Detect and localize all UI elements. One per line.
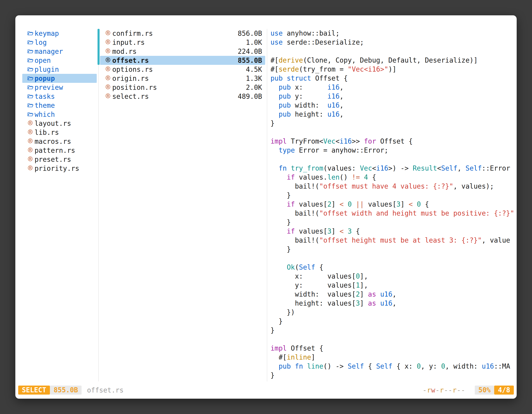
code-line: type Error = anyhow::Error; — [270, 146, 517, 155]
rust-crate-icon: ® — [104, 56, 112, 64]
rust-crate-icon: ® — [26, 146, 35, 154]
code-line: if values.len() != 4 { — [270, 173, 517, 182]
folder-open-icon — [26, 111, 35, 117]
file-name: input.rs — [112, 39, 145, 47]
code-line: } — [270, 371, 517, 380]
file-manager-window: keymaplogmanageropenpluginpopuppreviewta… — [15, 15, 517, 399]
sidebar-item-priority-rs[interactable]: ®priority.rs — [22, 164, 97, 173]
preview-pane: use anyhow::bail;use serde::Deserialize;… — [267, 29, 517, 382]
rust-crate-icon: ® — [26, 137, 35, 145]
file-size: 856.0B — [238, 29, 262, 38]
parent-pane: keymaplogmanageropenpluginpopuppreviewta… — [15, 29, 98, 382]
code-line — [270, 335, 517, 344]
code-line — [270, 47, 517, 56]
folder-open-icon — [26, 30, 35, 36]
folder-open-icon — [26, 84, 35, 90]
code-line: Ok(Self { — [270, 263, 517, 272]
folder-open-icon — [26, 102, 35, 108]
code-line: height: values[3] as u16, — [270, 299, 517, 308]
sidebar-item-label: lib.rs — [35, 128, 59, 136]
code-line: impl Offset { — [270, 344, 517, 353]
file-name: position.rs — [112, 83, 157, 91]
code-line: pub struct Offset { — [270, 74, 517, 83]
file-row-options-rs[interactable]: ®options.rs4.5K — [100, 65, 265, 74]
sidebar-item-layout-rs[interactable]: ®layout.rs — [22, 119, 97, 128]
rust-crate-icon: ® — [26, 164, 35, 172]
sidebar-item-theme[interactable]: theme — [22, 101, 97, 110]
folder-open-icon — [26, 48, 35, 54]
rust-crate-icon: ® — [104, 74, 112, 82]
sidebar-item-label: pattern.rs — [35, 146, 75, 154]
mode-badge: SELECT — [18, 385, 50, 395]
code-line: bail!("offset width and height must be p… — [270, 209, 517, 218]
current-pane: ®confirm.rs856.0B®input.rs1.0K®mod.rs224… — [98, 29, 267, 382]
sidebar-item-open[interactable]: open — [22, 56, 97, 65]
sidebar-item-label: plugin — [35, 66, 59, 73]
file-row-offset-rs[interactable]: ®offset.rs855.0B — [100, 56, 265, 65]
folder-open-icon — [26, 75, 35, 81]
scrollbar-indicator — [97, 29, 100, 65]
file-row-select-rs[interactable]: ®select.rs489.0B — [100, 92, 265, 101]
file-name: origin.rs — [112, 75, 149, 82]
file-name: mod.rs — [112, 48, 137, 55]
sidebar-item-lib-rs[interactable]: ®lib.rs — [22, 128, 97, 137]
sidebar-item-label: log — [35, 39, 47, 47]
file-size: 4.5K — [246, 66, 262, 73]
code-line: } — [270, 191, 517, 200]
file-permissions: -rw-r--r-- — [423, 386, 465, 394]
sidebar-item-label: preset.rs — [35, 155, 71, 164]
file-size: 2.0K — [246, 83, 262, 91]
code-line — [270, 155, 517, 164]
code-line: bail!("offset height must be at least 3:… — [270, 236, 517, 245]
status-bar: SELECT 855.0B offset.rs -rw-r--r-- 50% 4… — [18, 385, 514, 395]
file-list: ®confirm.rs856.0B®input.rs1.0K®mod.rs224… — [100, 29, 265, 101]
rust-crate-icon: ® — [104, 38, 112, 46]
file-name: confirm.rs — [112, 29, 153, 38]
file-row-origin-rs[interactable]: ®origin.rs1.3K — [100, 74, 265, 83]
sidebar-item-popup[interactable]: popup — [22, 74, 97, 83]
code-line: impl TryFrom<Vec<i16>> for Offset { — [270, 137, 517, 146]
code-line: #[serde(try_from = "Vec<i16>")] — [270, 65, 517, 74]
file-size: 855.0B — [238, 57, 262, 64]
code-line: use anyhow::bail; — [270, 29, 517, 38]
folder-open-icon — [26, 57, 35, 63]
sidebar-item-label: popup — [35, 75, 55, 82]
sidebar-item-manager[interactable]: manager — [22, 47, 97, 56]
folder-open-icon — [26, 66, 35, 72]
rust-crate-icon: ® — [26, 155, 35, 163]
sidebar-item-plugin[interactable]: plugin — [22, 65, 97, 74]
file-name: offset.rs — [112, 57, 149, 64]
code-line — [270, 254, 517, 263]
code-line: } — [270, 245, 517, 254]
file-row-confirm-rs[interactable]: ®confirm.rs856.0B — [100, 29, 265, 38]
sidebar-item-label: theme — [35, 101, 55, 109]
file-row-mod-rs[interactable]: ®mod.rs224.0B — [100, 47, 265, 56]
file-row-position-rs[interactable]: ®position.rs2.0K — [100, 83, 265, 92]
code-preview: use anyhow::bail;use serde::Deserialize;… — [270, 29, 517, 380]
code-line: y: values[1], — [270, 281, 517, 290]
rust-crate-icon: ® — [104, 83, 112, 91]
sidebar-item-label: layout.rs — [35, 119, 71, 127]
code-line: pub width: u16, — [270, 101, 517, 110]
sidebar-item-pattern-rs[interactable]: ®pattern.rs — [22, 146, 97, 155]
file-size: 1.3K — [246, 75, 262, 82]
sidebar-item-keymap[interactable]: keymap — [22, 29, 97, 38]
sidebar-item-label: keymap — [35, 29, 59, 38]
sidebar-item-label: open — [35, 57, 51, 64]
sidebar-item-label: macros.rs — [35, 137, 71, 145]
file-row-input-rs[interactable]: ®input.rs1.0K — [100, 38, 265, 47]
sidebar-item-tasks[interactable]: tasks — [22, 92, 97, 101]
sidebar-item-preset-rs[interactable]: ®preset.rs — [22, 155, 97, 164]
rust-crate-icon: ® — [104, 92, 112, 100]
sidebar-item-which[interactable]: which — [22, 110, 97, 119]
sidebar-item-label: manager — [35, 48, 63, 55]
status-filename: offset.rs — [87, 386, 124, 394]
file-size: 489.0B — [238, 92, 262, 100]
sidebar-item-preview[interactable]: preview — [22, 83, 97, 92]
code-line: } — [270, 317, 517, 326]
code-line: } — [270, 326, 517, 335]
code-line: width: values[2] as u16, — [270, 290, 517, 299]
sidebar-item-macros-rs[interactable]: ®macros.rs — [22, 137, 97, 146]
sidebar-item-log[interactable]: log — [22, 38, 97, 47]
status-bar-right: -rw-r--r-- 50% 4/8 — [423, 385, 514, 395]
